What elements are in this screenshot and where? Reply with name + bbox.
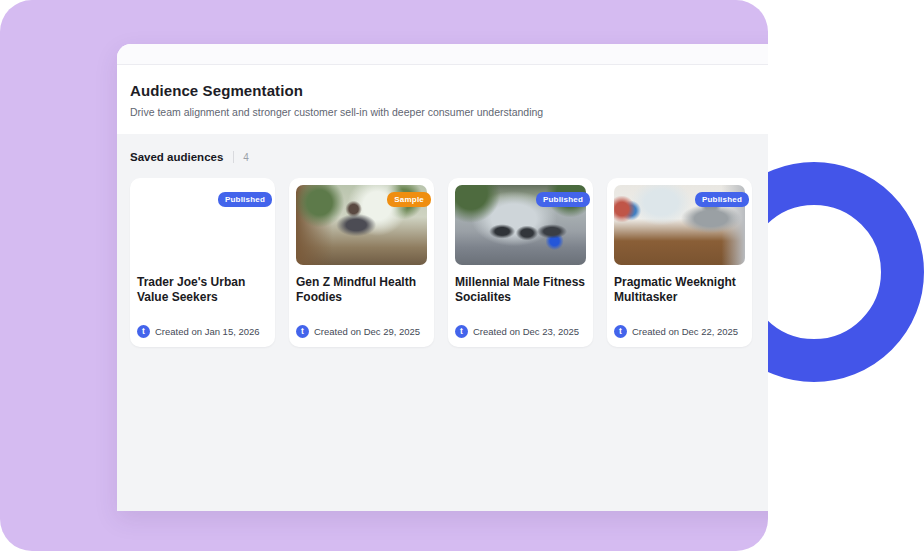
card-title: Gen Z Mindful Health Foodies xyxy=(296,275,427,305)
window-topbar xyxy=(117,44,768,65)
card-footer: t Created on Dec 23, 2025 xyxy=(455,325,586,340)
card-footer: t Created on Jan 15, 2026 xyxy=(137,325,268,340)
audience-card[interactable]: Published Trader Joe's Urban Value Seeke… xyxy=(130,178,275,347)
card-footer: t Created on Dec 22, 2025 xyxy=(614,325,745,340)
purple-canvas: Audience Segmentation Drive team alignme… xyxy=(0,0,768,551)
card-figure: Published xyxy=(614,185,745,265)
page-header: Audience Segmentation Drive team alignme… xyxy=(117,65,768,134)
saved-audiences-row: Saved audiences 4 xyxy=(130,151,768,163)
saved-audiences-section: Saved audiences 4 Published Trader Joe's… xyxy=(117,134,768,511)
created-date: Created on Dec 23, 2025 xyxy=(473,326,579,337)
status-badge: Sample xyxy=(387,192,431,207)
separator xyxy=(233,151,234,163)
card-title: Trader Joe's Urban Value Seekers xyxy=(137,275,268,305)
card-figure: Sample xyxy=(296,185,427,265)
creator-avatar: t xyxy=(137,325,150,338)
card-title: Pragmatic Weeknight Multitasker xyxy=(614,275,745,305)
saved-audiences-count: 4 xyxy=(243,152,249,163)
status-badge: Published xyxy=(695,192,749,207)
status-badge: Published xyxy=(536,192,590,207)
creator-avatar: t xyxy=(455,325,468,338)
creator-avatar: t xyxy=(614,325,627,338)
status-badge: Published xyxy=(218,192,272,207)
audience-card[interactable]: Published Pragmatic Weeknight Multitaske… xyxy=(607,178,752,347)
app-window: Audience Segmentation Drive team alignme… xyxy=(117,44,768,511)
card-footer: t Created on Dec 29, 2025 xyxy=(296,325,427,340)
stage: Audience Segmentation Drive team alignme… xyxy=(0,0,924,551)
card-figure: Published xyxy=(455,185,586,265)
audience-card[interactable]: Published Millennial Male Fitness Social… xyxy=(448,178,593,347)
created-date: Created on Jan 15, 2026 xyxy=(155,326,260,337)
page-subtitle: Drive team alignment and stronger custom… xyxy=(130,106,768,118)
audience-cards-row: Published Trader Joe's Urban Value Seeke… xyxy=(130,178,768,347)
created-date: Created on Dec 22, 2025 xyxy=(632,326,738,337)
created-date: Created on Dec 29, 2025 xyxy=(314,326,420,337)
saved-audiences-label: Saved audiences xyxy=(130,151,223,163)
card-figure: Published xyxy=(137,185,268,265)
creator-avatar: t xyxy=(296,325,309,338)
audience-card[interactable]: Sample Gen Z Mindful Health Foodies t Cr… xyxy=(289,178,434,347)
card-title: Millennial Male Fitness Socialites xyxy=(455,275,586,305)
page-title: Audience Segmentation xyxy=(130,82,768,99)
